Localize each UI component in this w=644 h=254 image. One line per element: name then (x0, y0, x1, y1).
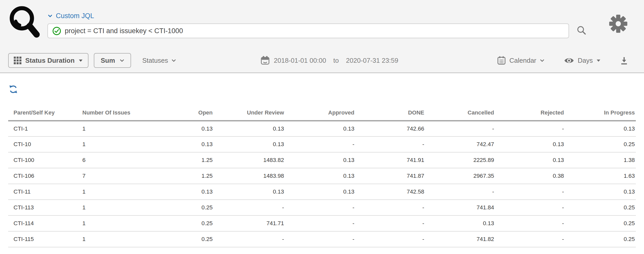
table-row: CTI-1 1 0.13 0.13 0.13 742.66 - - 0.13 (8, 121, 636, 136)
table-row: CTI-11 1 0.13 0.13 0.13 742.58 - - 0.13 (8, 184, 636, 200)
jql-input[interactable] (65, 27, 564, 35)
cell-issue-key: CTI-113 (8, 200, 82, 215)
cell-value: - (213, 200, 284, 215)
date-to: 2020-07-31 23:59 (346, 57, 398, 65)
cell-value: 0.25 (564, 200, 636, 215)
cell-value: 0.13 (494, 136, 564, 152)
report-type-button[interactable]: Status Duration (8, 53, 88, 68)
cell-value: - (494, 200, 564, 215)
cell-issue-key: CTI-106 (8, 168, 82, 184)
column-header-in-progress: In Progress (564, 105, 636, 121)
cell-value: 7 (82, 168, 142, 184)
cell-value: - (284, 136, 355, 152)
cell-issue-key: CTI-114 (8, 215, 82, 231)
cell-value: 0.25 (142, 200, 213, 215)
cell-value: 1.63 (564, 168, 636, 184)
download-icon (619, 56, 629, 66)
cell-value: 0.13 (564, 184, 636, 200)
download-button[interactable] (618, 54, 630, 67)
cell-value: - (355, 215, 424, 231)
jql-valid-icon (52, 26, 61, 36)
calendar-mode-label: Calendar (509, 57, 536, 65)
unit-label: Days (578, 57, 593, 65)
cell-value: 0.13 (284, 168, 355, 184)
caret-down-icon (79, 59, 83, 62)
cell-value: 742.58 (355, 184, 424, 200)
cell-value: 1483.82 (213, 152, 284, 168)
cell-value: 0.25 (142, 215, 213, 231)
cell-value: 741.71 (213, 215, 284, 231)
cell-value: 0.13 (213, 184, 284, 200)
settings-button[interactable] (609, 14, 628, 33)
eye-icon (564, 57, 574, 64)
custom-jql-label: Custom JQL (56, 12, 94, 20)
cell-value: 0.13 (284, 184, 355, 200)
chevron-down-icon (172, 59, 176, 62)
table-row: CTI-106 7 1.25 1483.98 0.13 741.87 2967.… (8, 168, 636, 184)
cell-value: 741.82 (424, 231, 494, 247)
cell-value: - (284, 215, 355, 231)
refresh-button[interactable] (8, 84, 18, 94)
report-type-label: Status Duration (25, 57, 75, 65)
cell-value: 0.25 (564, 231, 636, 247)
column-header-under-review: Under Review (213, 105, 284, 121)
column-header-done: DONE (355, 105, 424, 121)
calendar-mode-dropdown[interactable]: Calendar (497, 53, 544, 68)
cell-value: 0.13 (284, 152, 355, 168)
cell-value: 741.91 (355, 152, 424, 168)
column-header-rejected: Rejected (494, 105, 564, 121)
statuses-label: Statuses (142, 57, 168, 65)
column-header-number-of-issues: Number Of Issues (82, 105, 142, 121)
chevron-down-icon (48, 15, 52, 17)
calendar-grid-icon (497, 56, 506, 65)
cell-issue-key: CTI-100 (8, 152, 82, 168)
column-header-open: Open (142, 105, 213, 121)
cell-value: 0.13 (213, 136, 284, 152)
cell-value: - (213, 231, 284, 247)
table-row: CTI-115 1 0.25 - - - 741.82 - 0.25 (8, 231, 636, 247)
cell-value: - (494, 184, 564, 200)
cell-value: 1483.98 (213, 168, 284, 184)
cell-value: 0.13 (213, 121, 284, 136)
cell-value: - (355, 231, 424, 247)
cell-value: 1.38 (564, 152, 636, 168)
search-button[interactable] (576, 24, 587, 36)
cell-issue-key: CTI-11 (8, 184, 82, 200)
aggregation-label: Sum (101, 57, 115, 65)
statuses-dropdown[interactable]: Statuses (142, 53, 176, 68)
unit-dropdown[interactable]: Days (564, 53, 601, 68)
cell-value: - (284, 200, 355, 215)
cell-value: 0.38 (494, 168, 564, 184)
column-header-cancelled: Cancelled (424, 105, 494, 121)
chevron-down-icon (120, 59, 124, 62)
cell-value: 0.25 (564, 136, 636, 152)
caret-down-icon (596, 59, 601, 62)
cell-value: 0.13 (142, 121, 213, 136)
cell-value: 1 (82, 184, 142, 200)
cell-value: 0.13 (284, 121, 355, 136)
cell-value: - (355, 200, 424, 215)
cell-value: 0.13 (424, 215, 494, 231)
cell-value: - (424, 121, 494, 136)
aggregation-button[interactable]: Sum (94, 53, 131, 68)
grid-icon (14, 57, 21, 64)
cell-value: 742.66 (355, 121, 424, 136)
date-range-picker[interactable]: 2018-01-01 00:00 to 2020-07-31 23:59 (261, 53, 398, 68)
chevron-down-icon (540, 59, 544, 62)
cell-value: 1.25 (142, 152, 213, 168)
cell-value: 1 (82, 215, 142, 231)
cell-value: - (355, 136, 424, 152)
search-icon (576, 25, 587, 36)
status-duration-table: Parent/Self Key Number Of Issues Open Un… (8, 105, 636, 247)
cell-value: - (494, 121, 564, 136)
cell-value: 0.13 (142, 184, 213, 200)
refresh-icon (9, 85, 18, 94)
column-header-approved: Approved (284, 105, 355, 121)
table-header-row: Parent/Self Key Number Of Issues Open Un… (8, 105, 636, 121)
custom-jql-toggle[interactable]: Custom JQL (48, 11, 94, 20)
app-logo-icon (7, 5, 43, 42)
table-row: CTI-114 1 0.25 741.71 - - 0.13 - 0.25 (8, 215, 636, 231)
date-from: 2018-01-01 00:00 (274, 57, 326, 65)
jql-input-wrapper (47, 23, 569, 38)
cell-value: - (424, 184, 494, 200)
